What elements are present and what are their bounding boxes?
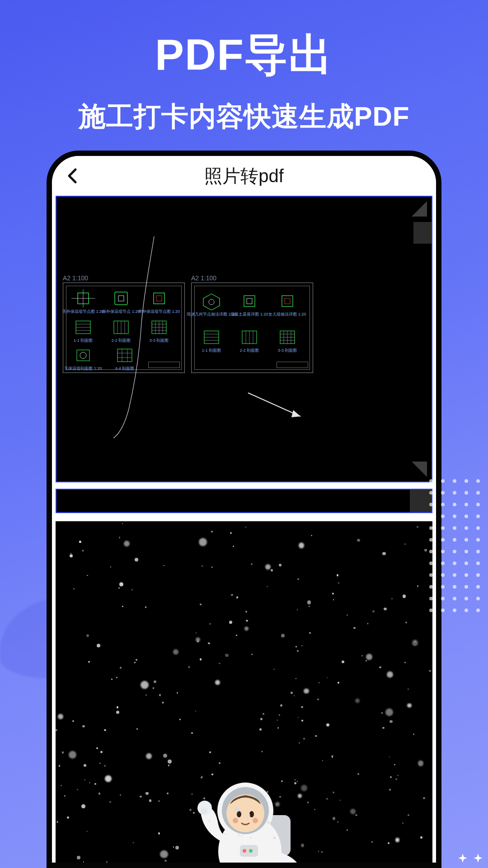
star-decor [299,542,305,548]
star-decor [70,553,71,554]
star-decor [267,791,269,793]
corner-handle-top-right[interactable] [412,201,427,217]
star-decor [263,713,264,715]
star-decor [332,756,333,758]
star-decor [131,589,133,591]
star-decor [208,642,210,644]
star-decor [397,775,399,777]
star-decor [67,816,69,819]
star-decor [175,846,179,849]
star-decor [69,751,76,759]
star-decor [408,814,409,816]
star-decor [294,782,296,784]
svg-point-65 [243,849,246,853]
star-decor [212,864,213,865]
star-decor [105,775,112,782]
star-decor [301,720,303,722]
star-decor [307,802,309,803]
back-button[interactable] [65,168,81,184]
star-decor [195,711,196,712]
document-preview-cad[interactable]: A2 1:100 A2 1:100 无外保温墙节点图 1:20 保外保温墙节点 … [56,196,432,482]
svg-marker-51 [291,410,300,417]
star-decor [56,821,58,823]
star-decor [59,765,60,766]
chevron-left-icon [65,168,81,184]
star-decor [249,814,250,815]
star-decor [84,764,86,767]
star-decor [119,537,121,538]
star-decor [189,809,192,811]
star-decor [275,802,279,806]
star-decor [394,764,396,766]
star-decor [333,599,334,600]
star-decor [99,793,100,794]
star-decor [119,582,123,586]
star-decor [387,671,393,678]
svg-point-62 [233,818,238,823]
star-decor [350,809,356,814]
star-decor [304,689,309,694]
star-decor [168,764,169,766]
star-decor [413,734,414,735]
star-decor [82,725,85,728]
star-decor [298,717,299,718]
star-decor [122,523,123,524]
star-decor [81,804,85,808]
star-decor [301,645,303,646]
star-decor [404,543,406,545]
star-decor [118,587,120,589]
dot-grid-decor [429,479,488,642]
star-decor [135,558,138,561]
star-decor [326,798,328,800]
annotation-scribble [100,233,199,441]
star-decor [245,527,246,528]
scale-label-left: A2 1:100 [63,274,88,282]
document-preview-space[interactable] [56,521,432,868]
star-decor [372,610,375,613]
star-decor [116,677,117,678]
star-decor [340,800,341,801]
star-decor [297,650,299,652]
star-decor [379,666,381,669]
star-decor [267,855,268,856]
star-decor [58,714,63,719]
star-decor [326,723,329,726]
star-decor [225,654,228,657]
star-decor [429,670,431,672]
star-decor [381,712,383,714]
star-decor [209,820,210,821]
star-decor [149,799,151,802]
star-decor [408,689,409,690]
star-decor [280,704,282,707]
star-decor [167,793,169,794]
star-decor [111,679,113,680]
star-decor [196,637,200,642]
star-decor [110,566,111,567]
star-decor [84,779,85,781]
svg-marker-29 [203,294,220,310]
star-decor [158,800,160,802]
star-decor [64,795,66,797]
svg-point-59 [226,794,264,832]
page-subtitle: 施工打卡内容快速生成PDF [0,99,488,135]
svg-point-60 [237,811,241,817]
star-decor [389,789,391,791]
document-preview-strip[interactable] [56,489,432,513]
star-decor [109,801,111,803]
star-decor [333,817,335,820]
star-decor [388,842,389,844]
star-decor [200,658,202,660]
star-decor [412,640,418,646]
star-decor [297,609,298,610]
star-decor [417,526,418,528]
page-title: PDF导出 [0,0,488,85]
star-decor [199,538,207,546]
cad-detail: 1-1 剖面图 [200,328,223,346]
star-decor [262,751,263,752]
star-decor [319,682,319,683]
star-decor [355,814,357,816]
corner-handle-bottom-right[interactable] [412,462,427,477]
star-decor [424,549,427,552]
star-decor [87,575,88,576]
star-decor [219,663,221,665]
